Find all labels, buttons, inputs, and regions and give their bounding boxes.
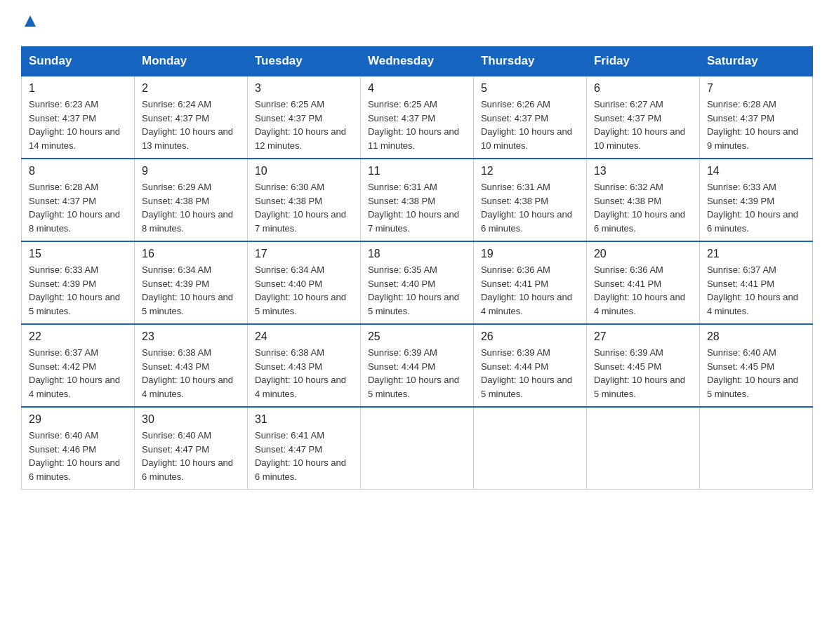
calendar-cell: 14 Sunrise: 6:33 AM Sunset: 4:39 PM Dayl… <box>699 159 812 241</box>
day-info: Sunrise: 6:40 AM Sunset: 4:47 PM Dayligh… <box>142 429 240 483</box>
day-number: 19 <box>481 248 579 260</box>
calendar-week-row: 1 Sunrise: 6:23 AM Sunset: 4:37 PM Dayli… <box>22 76 813 159</box>
daylight-label: Daylight: 10 hours and 5 minutes. <box>142 292 233 316</box>
day-number: 11 <box>368 165 466 177</box>
daylight-label: Daylight: 10 hours and 10 minutes. <box>594 126 685 151</box>
calendar-cell: 16 Sunrise: 6:34 AM Sunset: 4:39 PM Dayl… <box>134 241 247 324</box>
day-info: Sunrise: 6:37 AM Sunset: 4:41 PM Dayligh… <box>707 263 805 318</box>
sunset-label: Sunset: 4:44 PM <box>368 361 435 372</box>
daylight-label: Daylight: 10 hours and 7 minutes. <box>368 209 459 234</box>
sunset-label: Sunset: 4:39 PM <box>707 196 774 206</box>
day-info: Sunrise: 6:37 AM Sunset: 4:42 PM Dayligh… <box>29 346 127 401</box>
daylight-label: Daylight: 10 hours and 6 minutes. <box>707 209 798 234</box>
day-number: 1 <box>29 82 127 95</box>
day-number: 20 <box>594 248 692 260</box>
sunset-label: Sunset: 4:41 PM <box>594 279 661 289</box>
calendar-cell: 10 Sunrise: 6:30 AM Sunset: 4:38 PM Dayl… <box>247 159 360 241</box>
day-number: 17 <box>255 248 353 260</box>
day-number: 28 <box>707 330 805 343</box>
sunrise-label: Sunrise: 6:25 AM <box>255 99 324 109</box>
day-info: Sunrise: 6:30 AM Sunset: 4:38 PM Dayligh… <box>255 180 353 235</box>
sunset-label: Sunset: 4:37 PM <box>707 113 774 123</box>
sunrise-label: Sunrise: 6:39 AM <box>594 347 663 358</box>
calendar-cell: 21 Sunrise: 6:37 AM Sunset: 4:41 PM Dayl… <box>699 241 812 324</box>
day-info: Sunrise: 6:33 AM Sunset: 4:39 PM Dayligh… <box>707 180 805 235</box>
sunset-label: Sunset: 4:37 PM <box>368 113 435 123</box>
day-number: 15 <box>29 248 127 260</box>
calendar-header-row: SundayMondayTuesdayWednesdayThursdayFrid… <box>22 47 813 76</box>
day-number: 30 <box>142 413 240 426</box>
sunrise-label: Sunrise: 6:40 AM <box>142 430 211 441</box>
day-number: 12 <box>481 165 579 177</box>
day-info: Sunrise: 6:28 AM Sunset: 4:37 PM Dayligh… <box>29 180 127 235</box>
calendar-week-row: 29 Sunrise: 6:40 AM Sunset: 4:46 PM Dayl… <box>22 407 813 490</box>
sunset-label: Sunset: 4:41 PM <box>707 279 774 289</box>
sunset-label: Sunset: 4:38 PM <box>255 196 322 206</box>
day-number: 27 <box>594 330 692 343</box>
day-info: Sunrise: 6:33 AM Sunset: 4:39 PM Dayligh… <box>29 263 127 318</box>
calendar-cell <box>699 407 812 490</box>
day-number: 26 <box>481 330 579 343</box>
sunset-label: Sunset: 4:47 PM <box>255 444 322 455</box>
sunrise-label: Sunrise: 6:28 AM <box>707 99 776 109</box>
sunset-label: Sunset: 4:43 PM <box>142 361 209 372</box>
daylight-label: Daylight: 10 hours and 7 minutes. <box>255 209 346 234</box>
sunset-label: Sunset: 4:37 PM <box>255 113 322 123</box>
day-info: Sunrise: 6:40 AM Sunset: 4:46 PM Dayligh… <box>29 429 127 483</box>
day-number: 4 <box>368 82 466 95</box>
sunset-label: Sunset: 4:37 PM <box>142 113 209 123</box>
weekday-header-tuesday: Tuesday <box>247 47 360 76</box>
day-info: Sunrise: 6:28 AM Sunset: 4:37 PM Dayligh… <box>707 98 805 152</box>
day-info: Sunrise: 6:25 AM Sunset: 4:37 PM Dayligh… <box>255 98 353 152</box>
logo <box>21 14 37 32</box>
logo-triangle-icon <box>23 14 37 31</box>
calendar-cell: 13 Sunrise: 6:32 AM Sunset: 4:38 PM Dayl… <box>586 159 699 241</box>
sunrise-label: Sunrise: 6:32 AM <box>594 182 663 192</box>
day-info: Sunrise: 6:38 AM Sunset: 4:43 PM Dayligh… <box>255 346 353 401</box>
calendar-cell: 26 Sunrise: 6:39 AM Sunset: 4:44 PM Dayl… <box>473 324 586 407</box>
weekday-header-friday: Friday <box>586 47 699 76</box>
day-info: Sunrise: 6:34 AM Sunset: 4:40 PM Dayligh… <box>255 263 353 318</box>
calendar-cell: 31 Sunrise: 6:41 AM Sunset: 4:47 PM Dayl… <box>247 407 360 490</box>
calendar-cell: 9 Sunrise: 6:29 AM Sunset: 4:38 PM Dayli… <box>134 159 247 241</box>
sunrise-label: Sunrise: 6:33 AM <box>29 264 98 275</box>
day-info: Sunrise: 6:32 AM Sunset: 4:38 PM Dayligh… <box>594 180 692 235</box>
sunrise-label: Sunrise: 6:27 AM <box>594 99 663 109</box>
daylight-label: Daylight: 10 hours and 5 minutes. <box>707 375 798 399</box>
sunrise-label: Sunrise: 6:38 AM <box>142 347 211 358</box>
sunrise-label: Sunrise: 6:39 AM <box>368 347 437 358</box>
calendar-cell <box>473 407 586 490</box>
calendar-cell: 23 Sunrise: 6:38 AM Sunset: 4:43 PM Dayl… <box>134 324 247 407</box>
sunrise-label: Sunrise: 6:24 AM <box>142 99 211 109</box>
calendar-cell: 17 Sunrise: 6:34 AM Sunset: 4:40 PM Dayl… <box>247 241 360 324</box>
weekday-header-wednesday: Wednesday <box>360 47 473 76</box>
daylight-label: Daylight: 10 hours and 8 minutes. <box>142 209 233 234</box>
calendar-table: SundayMondayTuesdayWednesdayThursdayFrid… <box>21 46 813 490</box>
sunset-label: Sunset: 4:37 PM <box>29 113 96 123</box>
calendar-cell: 5 Sunrise: 6:26 AM Sunset: 4:37 PM Dayli… <box>473 76 586 159</box>
daylight-label: Daylight: 10 hours and 6 minutes. <box>142 457 233 482</box>
daylight-label: Daylight: 10 hours and 4 minutes. <box>142 375 233 399</box>
calendar-cell: 27 Sunrise: 6:39 AM Sunset: 4:45 PM Dayl… <box>586 324 699 407</box>
day-info: Sunrise: 6:40 AM Sunset: 4:45 PM Dayligh… <box>707 346 805 401</box>
sunrise-label: Sunrise: 6:34 AM <box>142 264 211 275</box>
day-number: 5 <box>481 82 579 95</box>
day-number: 9 <box>142 165 240 177</box>
sunrise-label: Sunrise: 6:30 AM <box>255 182 324 192</box>
calendar-cell: 18 Sunrise: 6:35 AM Sunset: 4:40 PM Dayl… <box>360 241 473 324</box>
calendar-cell: 1 Sunrise: 6:23 AM Sunset: 4:37 PM Dayli… <box>22 76 135 159</box>
sunrise-label: Sunrise: 6:40 AM <box>707 347 776 358</box>
daylight-label: Daylight: 10 hours and 6 minutes. <box>29 457 120 482</box>
sunrise-label: Sunrise: 6:31 AM <box>481 182 550 192</box>
sunrise-label: Sunrise: 6:41 AM <box>255 430 324 441</box>
calendar-week-row: 8 Sunrise: 6:28 AM Sunset: 4:37 PM Dayli… <box>22 159 813 241</box>
calendar-cell <box>586 407 699 490</box>
day-info: Sunrise: 6:23 AM Sunset: 4:37 PM Dayligh… <box>29 98 127 152</box>
day-info: Sunrise: 6:41 AM Sunset: 4:47 PM Dayligh… <box>255 429 353 483</box>
daylight-label: Daylight: 10 hours and 5 minutes. <box>368 375 459 399</box>
sunrise-label: Sunrise: 6:25 AM <box>368 99 437 109</box>
day-number: 18 <box>368 248 466 260</box>
sunset-label: Sunset: 4:45 PM <box>707 361 774 372</box>
calendar-cell: 4 Sunrise: 6:25 AM Sunset: 4:37 PM Dayli… <box>360 76 473 159</box>
daylight-label: Daylight: 10 hours and 14 minutes. <box>29 126 120 151</box>
